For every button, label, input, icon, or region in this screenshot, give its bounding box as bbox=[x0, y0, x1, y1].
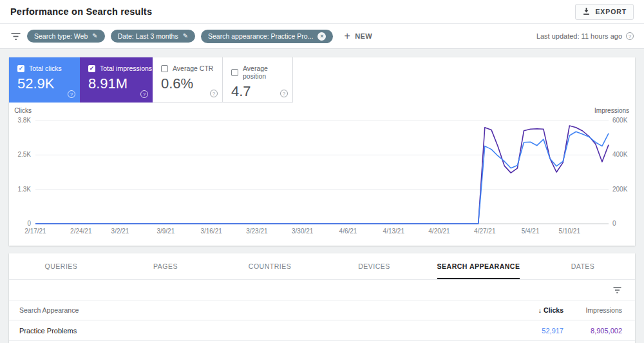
tab-devices[interactable]: DEVICES bbox=[322, 253, 426, 279]
row-name: Practice Problems bbox=[19, 327, 502, 335]
chart-card: ✓ Total clicks 52.9K ? ✓ Total impressio… bbox=[9, 57, 635, 246]
metric-label: Average position bbox=[243, 64, 292, 80]
svg-text:400K: 400K bbox=[612, 151, 628, 158]
svg-text:2/24/21: 2/24/21 bbox=[70, 228, 92, 235]
new-filter-label: NEW bbox=[355, 32, 372, 40]
chart-area: 3.8K600K2.5K400K1.3K200K00ClicksImpressi… bbox=[9, 103, 635, 246]
filter-chip-search-appearance[interactable]: Search appearance: Practice Pro... × bbox=[201, 30, 333, 43]
metrics-row: ✓ Total clicks 52.9K ? ✓ Total impressio… bbox=[9, 57, 635, 103]
checkbox-unchecked-icon[interactable] bbox=[231, 69, 238, 76]
filter-chip-label: Search appearance: Practice Pro... bbox=[208, 32, 313, 40]
filter-bar: Search type: Web ✎ Date: Last 3 months ✎… bbox=[0, 24, 644, 49]
checkbox-unchecked-icon[interactable] bbox=[161, 65, 168, 72]
top-header: Performance on Search results EXPORT bbox=[0, 0, 644, 24]
svg-text:Clicks: Clicks bbox=[14, 107, 32, 114]
page-title: Performance on Search results bbox=[10, 6, 152, 17]
svg-text:3/23/21: 3/23/21 bbox=[246, 228, 268, 235]
metric-card-total-clicks[interactable]: ✓ Total clicks 52.9K ? bbox=[9, 57, 80, 103]
svg-text:0: 0 bbox=[27, 220, 31, 227]
table-header-row: Search Appearance ↓Clicks Impressions bbox=[9, 300, 635, 320]
svg-text:4/20/21: 4/20/21 bbox=[428, 228, 450, 235]
last-updated-text: Last updated: 11 hours ago bbox=[536, 32, 622, 40]
filter-chip-search-type[interactable]: Search type: Web ✎ bbox=[27, 30, 105, 43]
performance-line-chart: 3.8K600K2.5K400K1.3K200K00ClicksImpressi… bbox=[9, 106, 635, 237]
svg-text:5/10/21: 5/10/21 bbox=[559, 228, 581, 235]
metric-label: Average CTR bbox=[173, 64, 213, 72]
svg-text:3/2/21: 3/2/21 bbox=[111, 228, 129, 235]
svg-text:4/13/21: 4/13/21 bbox=[383, 228, 405, 235]
sort-desc-icon: ↓ bbox=[538, 306, 542, 314]
filter-chip-label: Date: Last 3 months bbox=[118, 32, 178, 40]
dimensions-table-card: QUERIES PAGES COUNTRIES DEVICES SEARCH A… bbox=[9, 253, 635, 343]
metric-label: Total clicks bbox=[29, 64, 62, 72]
row-impressions-value: 8,905,002 bbox=[564, 327, 622, 335]
svg-text:600K: 600K bbox=[612, 117, 628, 124]
table-toolbar bbox=[9, 280, 635, 300]
tab-search-appearance[interactable]: SEARCH APPEARANCE bbox=[426, 253, 531, 279]
metric-card-total-impressions[interactable]: ✓ Total impressions 8.91M ? bbox=[80, 57, 153, 103]
table-filter-icon[interactable] bbox=[612, 286, 622, 294]
svg-text:200K: 200K bbox=[612, 186, 628, 193]
svg-text:5/4/21: 5/4/21 bbox=[522, 228, 540, 235]
metric-card-average-position[interactable]: Average position 4.7 ? bbox=[223, 57, 293, 103]
svg-text:2.5K: 2.5K bbox=[17, 151, 31, 158]
help-icon[interactable]: ? bbox=[626, 32, 634, 40]
new-filter-button[interactable]: + NEW bbox=[344, 31, 372, 41]
remove-filter-icon[interactable]: × bbox=[317, 32, 326, 41]
svg-text:Impressions: Impressions bbox=[594, 107, 629, 114]
dimension-tabs: QUERIES PAGES COUNTRIES DEVICES SEARCH A… bbox=[9, 253, 635, 280]
download-icon bbox=[582, 7, 591, 17]
edit-icon[interactable]: ✎ bbox=[183, 33, 188, 39]
filter-chip-date[interactable]: Date: Last 3 months ✎ bbox=[111, 30, 195, 43]
last-updated: Last updated: 11 hours ago ? bbox=[536, 32, 634, 40]
filter-icon[interactable] bbox=[10, 32, 21, 41]
row-clicks-value: 52,917 bbox=[502, 327, 564, 335]
help-icon[interactable]: ? bbox=[280, 90, 288, 97]
tab-dates[interactable]: DATES bbox=[531, 253, 635, 279]
tab-queries[interactable]: QUERIES bbox=[9, 253, 113, 279]
filter-chip-label: Search type: Web bbox=[34, 32, 88, 40]
content-area: ✓ Total clicks 52.9K ? ✓ Total impressio… bbox=[0, 49, 644, 343]
help-icon[interactable]: ? bbox=[68, 90, 75, 98]
svg-text:0: 0 bbox=[612, 220, 616, 227]
svg-text:2/17/21: 2/17/21 bbox=[24, 228, 46, 235]
column-header-search-appearance[interactable]: Search Appearance bbox=[19, 306, 502, 314]
svg-text:1.3K: 1.3K bbox=[17, 186, 31, 193]
tab-pages[interactable]: PAGES bbox=[113, 253, 218, 279]
column-header-clicks[interactable]: ↓Clicks bbox=[502, 306, 564, 314]
svg-text:3.8K: 3.8K bbox=[17, 117, 31, 124]
svg-text:3/16/21: 3/16/21 bbox=[200, 228, 222, 235]
metric-card-average-ctr[interactable]: Average CTR 0.6% ? bbox=[153, 57, 223, 103]
help-icon[interactable]: ? bbox=[210, 90, 218, 97]
svg-text:3/30/21: 3/30/21 bbox=[292, 228, 314, 235]
tab-countries[interactable]: COUNTRIES bbox=[218, 253, 322, 279]
plus-icon: + bbox=[344, 31, 350, 41]
table-row[interactable]: Practice Problems 52,917 8,905,002 bbox=[9, 320, 635, 341]
metric-label: Total impressions bbox=[100, 64, 152, 72]
edit-icon[interactable]: ✎ bbox=[92, 33, 97, 39]
export-button-label: EXPORT bbox=[595, 8, 627, 15]
checkbox-checked-icon[interactable]: ✓ bbox=[17, 65, 24, 72]
help-icon[interactable]: ? bbox=[140, 90, 148, 98]
svg-text:3/9/21: 3/9/21 bbox=[156, 228, 175, 235]
checkbox-checked-icon[interactable]: ✓ bbox=[88, 65, 95, 72]
svg-text:4/6/21: 4/6/21 bbox=[339, 228, 357, 235]
column-header-impressions[interactable]: Impressions bbox=[564, 306, 622, 314]
export-button[interactable]: EXPORT bbox=[575, 4, 634, 20]
svg-text:4/27/21: 4/27/21 bbox=[474, 228, 496, 235]
